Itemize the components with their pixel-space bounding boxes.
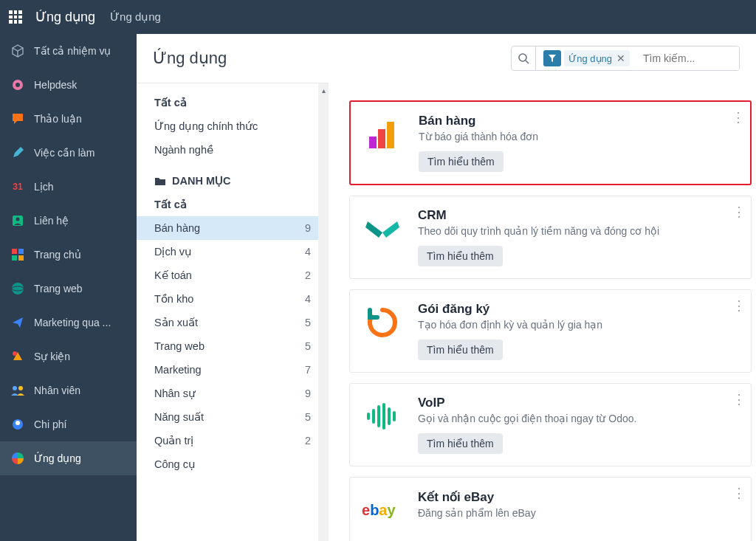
app-card-title: Kết nối eBay xyxy=(418,489,739,505)
search-chip[interactable]: Ứng dụng ✕ xyxy=(564,50,630,66)
apps-list: Bán hàng Từ báo giá thành hóa đơn Tìm hi… xyxy=(329,83,756,541)
filter-column: Tất cả Ứng dụng chính thức Ngành nghề DA… xyxy=(137,83,329,541)
filter-row-official[interactable]: Ứng dụng chính thức xyxy=(137,114,329,138)
learn-more-button[interactable]: Tìm hiểu thêm xyxy=(418,340,503,360)
sidebar-item-label: Liên hệ xyxy=(34,215,69,227)
event-icon xyxy=(10,349,25,364)
chat-icon xyxy=(10,111,25,126)
app-card-subscription[interactable]: Gói đăng ký Tạo hóa đơn định kỳ và quản … xyxy=(349,289,752,373)
filter-cat-sales[interactable]: Bán hàng9 xyxy=(137,216,329,240)
filter-cat-manufacturing[interactable]: Sản xuất5 xyxy=(137,311,329,334)
learn-more-button[interactable]: Tìm hiểu thêm xyxy=(418,433,503,454)
sidebar-item-contacts[interactable]: Liên hệ xyxy=(0,204,137,238)
svg-rect-22 xyxy=(377,405,380,427)
svg-point-10 xyxy=(13,351,17,356)
sidebar-item-label: Thảo luận xyxy=(34,113,82,125)
expense-icon xyxy=(10,417,25,432)
svg-point-3 xyxy=(16,218,20,221)
sidebar-item-employees[interactable]: Nhân viên xyxy=(0,373,137,407)
svg-point-8 xyxy=(12,283,24,294)
filter-cat-accounting[interactable]: Kế toán2 xyxy=(137,263,329,287)
svg-rect-17 xyxy=(369,137,377,148)
app-card-title: Gói đăng ký xyxy=(418,302,739,317)
chip-remove-icon[interactable]: ✕ xyxy=(616,52,625,64)
app-card-crm[interactable]: CRM Theo dõi quy trình quản lý tiềm năng… xyxy=(349,196,752,279)
app-card-title: CRM xyxy=(418,208,739,223)
search-icon[interactable] xyxy=(512,46,536,70)
svg-rect-6 xyxy=(12,255,17,261)
svg-point-12 xyxy=(18,386,23,390)
filter-cat-services[interactable]: Dịch vụ4 xyxy=(137,240,329,263)
scrollbar-track[interactable]: ▴ xyxy=(318,83,329,541)
sidebar-item-todo[interactable]: Việc cần làm xyxy=(0,136,137,170)
svg-rect-7 xyxy=(18,255,24,261)
card-menu-icon[interactable]: ⋮ xyxy=(732,109,744,125)
filter-cat-tools[interactable]: Công cụ xyxy=(137,452,329,476)
filter-icon[interactable] xyxy=(543,50,561,66)
sidebar-item-events[interactable]: Sự kiện xyxy=(0,340,137,373)
sidebar-item-marketing[interactable]: Marketing qua ... xyxy=(0,306,137,340)
filter-row-all[interactable]: Tất cả xyxy=(137,91,329,114)
svg-rect-20 xyxy=(367,413,370,420)
svg-line-16 xyxy=(526,61,529,63)
calendar-icon: 31 xyxy=(10,179,25,194)
sidebar-item-calendar[interactable]: 31 Lịch xyxy=(0,170,137,204)
filter-cat-admin[interactable]: Quản trị2 xyxy=(137,429,329,452)
lifebuoy-icon xyxy=(10,77,25,92)
topbar: Ứng dụng Ứng dụng xyxy=(0,0,756,34)
sidebar-item-home[interactable]: Trang chủ xyxy=(0,238,137,272)
app-card-title: VoIP xyxy=(418,396,739,410)
filter-cat-all[interactable]: Tất cả xyxy=(137,193,329,216)
filter-cat-website[interactable]: Trang web5 xyxy=(137,334,329,358)
sidebar-item-label: Việc cần làm xyxy=(34,147,94,159)
ebay-logo-icon: ebay xyxy=(362,489,403,531)
filter-cat-marketing[interactable]: Marketing7 xyxy=(137,358,329,382)
sidebar-item-label: Tất cả nhiệm vụ xyxy=(34,45,111,57)
app-card-desc: Theo dõi quy trình quản lý tiềm năng và … xyxy=(418,225,739,237)
filter-cat-inventory[interactable]: Tồn kho4 xyxy=(137,287,329,311)
filter-header-categories: DANH MỤC xyxy=(137,162,329,193)
filter-row-industry[interactable]: Ngành nghề xyxy=(137,138,329,162)
globe-icon xyxy=(10,281,25,296)
app-card-sales[interactable]: Bán hàng Từ báo giá thành hóa đơn Tìm hi… xyxy=(349,100,752,185)
card-menu-icon[interactable]: ⋮ xyxy=(732,297,745,314)
scroll-up-icon[interactable]: ▴ xyxy=(322,86,326,94)
app-card-ebay[interactable]: ebay Kết nối eBay Đăng sản phẩm lên eBay… xyxy=(349,477,752,541)
filter-cat-productivity[interactable]: Năng suất5 xyxy=(137,405,329,429)
app-card-desc: Tạo hóa đơn định kỳ và quản lý gia hạn xyxy=(418,319,739,331)
handshake-icon xyxy=(362,208,403,249)
card-menu-icon[interactable]: ⋮ xyxy=(732,391,745,407)
sidebar-item-helpdesk[interactable]: Helpdesk xyxy=(0,68,137,102)
refresh-icon xyxy=(362,302,403,343)
sidebar-item-website[interactable]: Trang web xyxy=(0,272,137,306)
sidebar-item-label: Ứng dụng xyxy=(34,452,81,464)
svg-rect-23 xyxy=(382,403,385,430)
send-icon xyxy=(10,315,25,330)
svg-rect-18 xyxy=(378,129,385,148)
sidebar-item-all-tasks[interactable]: Tất cả nhiệm vụ xyxy=(0,34,137,68)
card-menu-icon[interactable]: ⋮ xyxy=(732,204,745,220)
sidebar-item-apps[interactable]: Ứng dụng xyxy=(0,441,137,475)
svg-rect-21 xyxy=(372,409,375,424)
apps-grid-icon[interactable] xyxy=(9,10,22,24)
learn-more-button[interactable]: Tìm hiểu thêm xyxy=(418,246,503,266)
svg-rect-5 xyxy=(18,249,24,254)
sidebar-item-expenses[interactable]: Chi phí xyxy=(0,407,137,441)
app-card-voip[interactable]: VoIP Gọi và nhận cuộc gọi điện thoại nga… xyxy=(349,383,752,466)
breadcrumb[interactable]: Ứng dụng xyxy=(110,10,161,24)
people-icon xyxy=(10,383,25,398)
sidebar-item-label: Lịch xyxy=(34,181,54,193)
sales-chart-icon xyxy=(362,114,404,155)
pencil-icon xyxy=(10,145,25,160)
dashboard-icon xyxy=(10,247,25,262)
learn-more-button[interactable]: Tìm hiểu thêm xyxy=(419,151,504,172)
app-card-title: Bán hàng xyxy=(419,114,738,128)
search-bar[interactable]: Ứng dụng ✕ xyxy=(511,46,740,71)
sidebar-item-label: Sự kiện xyxy=(34,351,70,362)
card-menu-icon[interactable]: ⋮ xyxy=(732,485,745,501)
search-input[interactable] xyxy=(636,46,739,70)
svg-rect-19 xyxy=(387,122,394,148)
svg-point-1 xyxy=(16,83,20,87)
filter-cat-hr[interactable]: Nhân sự9 xyxy=(137,382,329,405)
sidebar-item-discuss[interactable]: Thảo luận xyxy=(0,102,137,136)
